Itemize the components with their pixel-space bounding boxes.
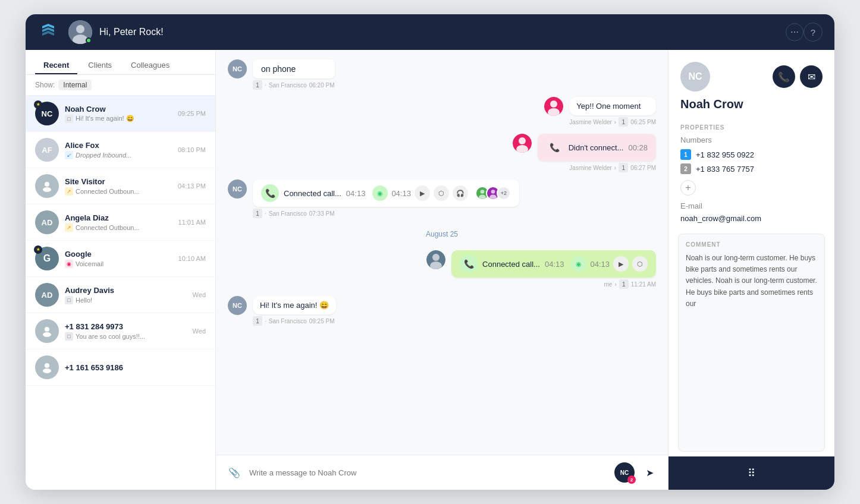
call-bubble-missed: 📞 Didn't connect... 00:28 [538,134,656,161]
unread-count: 2 [627,475,636,484]
rp-email-label: E-mail [668,200,834,212]
num-badge: 1 [619,279,629,289]
num-badge: 1 [619,163,628,172]
contact-item-alice-fox[interactable]: AF Alice Fox ↙ Dropped Inbound... 08:10 … [26,132,215,168]
call-text: Didn't connect... [569,143,624,152]
contact-avatar-sv [35,174,59,198]
contact-info-audrey: Audrey Davis □ Hello! [65,286,187,304]
rp-email-button[interactable]: ✉ [800,65,823,88]
chat-nc-badge[interactable]: NC 2 [614,462,635,483]
contact-time: 04:13 PM [178,182,206,190]
contact-info-ad: Angela Diaz ↗ Connected Outboun... [65,213,172,232]
svg-point-7 [45,363,49,368]
sms-icon: □ [65,115,73,123]
rp-numbers-label: Numbers [668,134,834,146]
contact-item-site-visitor[interactable]: Site Visitor ↗ Connected Outboun... 04:1… [26,168,215,204]
msg-content: on phone 1 · San Francisco 06:20 PM [253,59,335,90]
contact-name: Google [65,250,172,259]
msg-meta: me › 1 11:21 AM [451,279,656,289]
msg-meta: 1 · San Francisco 06:20 PM [253,80,335,90]
headphone-icon[interactable]: 🎧 [453,185,468,201]
msg-avatar-jasmine2 [513,134,532,153]
num-badge-2: 2 [680,163,691,174]
header-more-button[interactable]: ⋯ [786,23,803,41]
send-button[interactable]: ➤ [641,464,658,481]
call-controls-right: ◉ 04:13 ▶ ⬡ [571,256,648,272]
contact-item-phone1[interactable]: +1 831 284 9973 □ You are so cool guys!!… [26,313,215,349]
call-participants: +2 [475,186,511,200]
contact-preview: ↙ Dropped Inbound... [65,151,172,159]
video-indicator-r[interactable]: ◉ [571,256,586,272]
chat-input-field[interactable] [249,468,608,477]
svg-point-10 [550,100,557,108]
contact-preview: ◉ Voicemail [65,260,172,268]
add-number-button[interactable]: + [680,180,696,196]
msg-content: 📞 Connected call... 04:13 ◉ 04:13 ▶ ⬡ [451,250,656,289]
call-text: Connected call... [284,189,341,198]
contact-preview: ↗ Connected Outboun... [65,187,172,196]
tab-recent[interactable]: Recent [35,57,77,74]
video-duration-r: 04:13 [590,260,610,269]
contact-item-audrey-davis[interactable]: AD Audrey Davis □ Hello! Wed [26,277,215,313]
call-bubble-connected-left: 📞 Connected call... 04:13 ◉ 04:13 ▶ ⬡ 🎧 [253,179,519,207]
attach-button[interactable]: 📎 [225,464,243,481]
contact-avatar-af: AF [35,138,59,162]
svg-point-4 [43,187,51,192]
chat-input-bar: 📎 NC 2 ➤ [216,455,668,490]
rp-actions: 📞 ✉ [773,65,823,88]
rp-call-button[interactable]: 📞 [773,65,795,88]
contact-item-angela-diaz[interactable]: AD Angela Diaz ↗ Connected Outboun... 11… [26,204,215,241]
call-controls: ◉ 04:13 ▶ ⬡ 🎧 [372,185,468,201]
contact-item-google[interactable]: ★ G Google ◉ Voicemail 10:10 AM [26,241,215,277]
contact-item-noah-crow[interactable]: ★ NC Noah Crow □ Hi! It's me again! 😄 09… [26,96,215,132]
num-badge-1: 1 [680,149,691,160]
num-badge: 1 [253,80,262,90]
app-container: Hi, Peter Rock! ⋯ ? Recent Clients Colle… [26,14,834,490]
chat-messages: NC on phone 1 · San Francisco 06:20 PM Y… [216,50,668,455]
play-button[interactable]: ▶ [415,185,430,201]
contact-info-phone1: +1 831 284 9973 □ You are so cool guys!!… [65,322,187,341]
save-button[interactable]: ⬡ [434,185,449,201]
rp-number-2: +1 833 765 7757 [696,165,754,174]
msg-location: San Francisco [269,318,307,325]
date-divider: August 25 [228,230,656,238]
outbound-call-icon: ↗ [65,223,73,232]
contact-name: +1 831 284 9973 [65,322,187,331]
contact-info-g: Google ◉ Voicemail [65,250,172,268]
msg-meta: 1 · San Francisco 09:25 PM [253,316,336,326]
message-row-connected-call-left: NC 📞 Connected call... 04:13 ◉ 04:13 ▶ ⬡ [228,179,656,218]
show-filter-badge[interactable]: Internal [58,80,92,90]
contact-avatar-g: ★ G [35,247,59,270]
svg-point-22 [432,254,440,261]
rp-header: NC 📞 ✉ [668,50,834,97]
call-icon-connected-r: 📞 [460,255,478,273]
tab-colleagues[interactable]: Colleagues [123,57,178,74]
msg-time: 09:25 PM [309,318,335,325]
contact-item-phone2[interactable]: +1 161 653 9186 [26,349,215,386]
save-button-r[interactable]: ⬡ [632,256,648,272]
msg-content: Yep!! One moment Jasmine Welder › 1 06:2… [569,97,656,127]
tab-clients[interactable]: Clients [80,57,120,74]
contact-time: 11:01 AM [178,219,206,226]
contact-preview: □ Hello! [65,296,187,304]
msg-avatar-nc2: NC [228,179,247,199]
help-button[interactable]: ? [803,23,823,42]
msg-sender: Jasmine Welder [569,119,612,125]
play-button-r[interactable]: ▶ [613,256,629,272]
msg-bubble-yep: Yep!! One moment [569,97,656,115]
num-badge: 1 [253,209,262,218]
message-row-hi-again: NC Hi! It's me again! 😄 1 · San Francisc… [228,296,656,326]
contact-name: Angela Diaz [65,213,172,222]
contact-info-nc: Noah Crow □ Hi! It's me again! 😄 [65,105,172,123]
app-logo [37,20,59,44]
rp-contact-avatar: NC [680,62,710,92]
sidebar: Recent Clients Colleagues Show: Internal… [26,50,216,490]
msg-time: 07:33 PM [309,210,335,217]
sms-icon: □ [65,332,73,341]
rp-bottom-bar[interactable]: ⠿ [668,456,834,490]
msg-meta: 1 · San Francisco 07:33 PM [253,209,519,218]
video-duration: 04:13 [391,189,411,198]
voicemail-icon: ◉ [65,260,73,268]
contact-name: Alice Fox [65,141,172,150]
video-indicator[interactable]: ◉ [372,185,388,201]
